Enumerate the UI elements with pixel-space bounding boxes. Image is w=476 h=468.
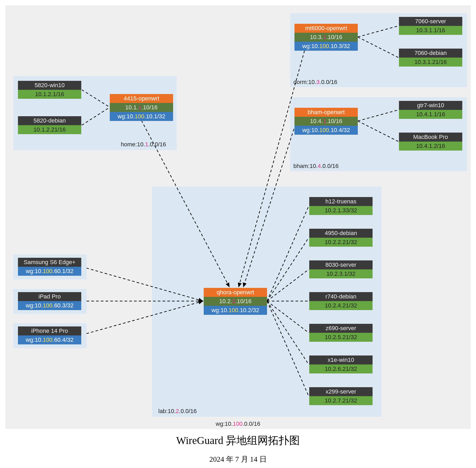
node-5820-win10: 5820-win10 10.1.2.1/16: [18, 81, 81, 99]
node-bham-openwrt: bham-openwrt 10.4.1.10/16 wg:10.100.10.4…: [294, 108, 358, 135]
subnet-lab-caption: lab:10.2.0.0/16: [158, 408, 197, 415]
wg-global-caption: wg:10.100.0.0/16: [5, 420, 471, 427]
node-wg: wg:10.100.60.1/32: [18, 267, 81, 276]
diagram-date: 2024 年 7 月 14 日: [0, 454, 476, 464]
subnet-home-caption: home:10.1.0.0/16: [121, 141, 166, 148]
node-name: 8030-server: [309, 260, 373, 269]
node-mt6000-openwrt: mt6000-openwrt 10.3.1.10/16 wg:10.100.10…: [294, 24, 358, 51]
subnet-dorm-caption: dorm:10.3.0.0/16: [293, 79, 337, 86]
diagram-canvas: home:10.1.0.0/16 dorm:10.3.0.0/16 bham:1…: [5, 5, 471, 429]
node-name: 4950-debian: [309, 229, 373, 238]
node-8030-server: 8030-server 10.2.3.1/32: [309, 260, 373, 278]
node-samsung-s6: Samsung S6 Edge+ wg:10.100.60.1/32: [18, 258, 81, 276]
node-ip: 10.4.1.10/16: [294, 117, 358, 126]
node-iphone-14-pro: iPhone 14 Pro wg:10.100.60.4/32: [18, 326, 81, 344]
node-gtr7-win10: gtr7-win10 10.4.1.1/16: [399, 101, 462, 119]
subnet-bham-caption: bham:10.4.0.0/16: [293, 163, 339, 170]
node-ip: 10.2.3.1/32: [309, 269, 373, 278]
node-z690-server: z690-server 10.2.5.21/32: [309, 324, 373, 342]
node-name: 7060-debian: [399, 49, 462, 58]
node-name: r740-debian: [309, 292, 373, 301]
node-ip: 10.2.1.33/32: [309, 206, 373, 215]
node-ip: 10.2.5.21/32: [309, 333, 373, 342]
node-ip: 10.2.7.21/32: [309, 396, 373, 405]
node-x1e-win10: x1e-win10 10.2.6.21/32: [309, 355, 373, 373]
node-name: MacBook Pro: [399, 133, 462, 142]
node-4950-debian: 4950-debian 10.2.2.21/32: [309, 229, 373, 247]
node-ip: 10.1.2.1/16: [18, 90, 81, 99]
node-name: 4415-openwrt: [110, 94, 173, 103]
node-name: x299-server: [309, 387, 373, 396]
node-ip: 10.2.2.10/16: [204, 297, 267, 306]
node-name: Samsung S6 Edge+: [18, 258, 81, 267]
node-name: 5820-win10: [18, 81, 81, 90]
node-5820-debian: 5820-debian 10.1.2.21/16: [18, 116, 81, 134]
node-ip: 10.1.2.21/16: [18, 125, 81, 134]
node-7060-debian: 7060-debian 10.3.1.21/16: [399, 49, 462, 67]
node-name: bham-openwrt: [294, 108, 358, 117]
node-name: 7060-server: [399, 17, 462, 26]
node-name: gtr7-win10: [399, 101, 462, 110]
node-wg: wg:10.100.10.1/32: [110, 112, 173, 121]
node-ip: 10.2.4.21/32: [309, 301, 373, 310]
node-ip: 10.4.1.2/16: [399, 142, 462, 151]
node-ip: 10.4.1.1/16: [399, 110, 462, 119]
node-ip: 10.2.6.21/32: [309, 364, 373, 373]
node-wg: wg:10.100.10.4/32: [294, 126, 358, 135]
node-h12-truenas: h12-truenas 10.2.1.33/32: [309, 197, 373, 215]
node-wg: wg:10.100.60.3/32: [18, 301, 81, 310]
node-x299-server: x299-server 10.2.7.21/32: [309, 387, 373, 405]
node-7060-server: 7060-server 10.3.1.1/16: [399, 17, 462, 35]
node-name: 5820-debian: [18, 116, 81, 125]
node-ip: 10.3.1.10/16: [294, 33, 358, 42]
node-wg: wg:10.100.10.2/32: [204, 306, 267, 315]
node-name: z690-server: [309, 324, 373, 333]
node-name: mt6000-openwrt: [294, 24, 358, 33]
node-name: iPad Pro: [18, 292, 81, 301]
node-ip: 10.2.2.21/32: [309, 238, 373, 247]
node-r740-debian: r740-debian 10.2.4.21/32: [309, 292, 373, 310]
node-name: h12-truenas: [309, 197, 373, 206]
node-wg: wg:10.100.60.4/32: [18, 335, 81, 344]
node-ipad-pro: iPad Pro wg:10.100.60.3/32: [18, 292, 81, 310]
node-name: x1e-win10: [309, 355, 373, 364]
node-name: qhora-openwrt: [204, 288, 267, 297]
node-name: iPhone 14 Pro: [18, 326, 81, 335]
node-ip: 10.1.1.10/16: [110, 103, 173, 112]
node-qhora-openwrt: qhora-openwrt 10.2.2.10/16 wg:10.100.10.…: [204, 288, 267, 315]
node-4415-openwrt: 4415-openwrt 10.1.1.10/16 wg:10.100.10.1…: [110, 94, 173, 121]
diagram-title: WireGuard 异地组网拓扑图: [0, 433, 476, 448]
node-wg: wg:10.100.10.3/32: [294, 42, 358, 51]
node-ip: 10.3.1.1/16: [399, 26, 462, 35]
node-macbook-pro: MacBook Pro 10.4.1.2/16: [399, 133, 462, 151]
node-ip: 10.3.1.21/16: [399, 58, 462, 67]
